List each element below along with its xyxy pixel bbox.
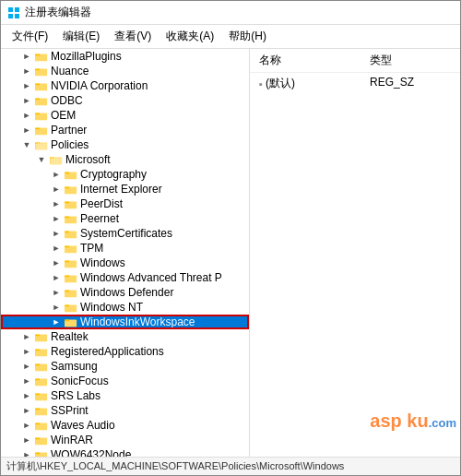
folder-icon-open <box>34 138 49 151</box>
svg-rect-53 <box>35 393 40 395</box>
menu-view[interactable]: 查看(V) <box>107 27 159 46</box>
expander-waves[interactable]: ► <box>19 421 34 430</box>
svg-rect-18 <box>36 143 47 149</box>
tree-item-srslabs[interactable]: ► SRS Labs <box>1 388 249 403</box>
tree-item-nuance[interactable]: ► Nuance <box>1 64 249 78</box>
folder-icon <box>64 168 78 181</box>
expander-peerdist[interactable]: ► <box>49 199 64 208</box>
tree-item-peerdist[interactable]: ► PeerDist <box>1 196 249 211</box>
tree-item-policies[interactable]: ▼ Policies <box>1 137 249 152</box>
expander-realtek[interactable]: ► <box>19 332 34 341</box>
expander-windef[interactable]: ► <box>49 288 64 297</box>
col-header-name: 名称 <box>255 51 366 70</box>
tree-label: SonicFocus <box>51 375 109 387</box>
folder-icon <box>34 375 49 387</box>
expander-cryptography[interactable]: ► <box>49 170 64 179</box>
expander-microsoft[interactable]: ▼ <box>34 155 49 164</box>
tree-label: Policies <box>51 138 89 151</box>
tree-item-internetexplorer[interactable]: ► Internet Explorer <box>1 182 249 196</box>
tree-item-nvidia[interactable]: ► NVIDIA Corporation <box>1 78 249 93</box>
expander-mozillaplugins[interactable]: ► <box>19 52 34 61</box>
expander-odbc[interactable]: ► <box>19 96 34 105</box>
folder-icon <box>64 227 78 240</box>
tree-item-registeredapps[interactable]: ► RegisteredApplications <box>1 344 249 359</box>
window-title: 注册表编辑器 <box>25 5 91 20</box>
expander-syscert[interactable]: ► <box>49 229 64 238</box>
expander-tpm[interactable]: ► <box>49 244 64 253</box>
tree-item-windowsadvanced[interactable]: ► Windows Advanced Threat P <box>1 270 249 285</box>
expander-wink[interactable]: ► <box>49 317 64 327</box>
folder-icon <box>64 301 78 314</box>
tree-pane[interactable]: ► MozillaPlugins ► Nuance ► N <box>1 49 250 457</box>
tree-label: Windows Advanced Threat P <box>80 271 222 284</box>
tree-item-partner[interactable]: ► Partner <box>1 123 249 137</box>
svg-rect-11 <box>35 98 40 100</box>
content-area: ► MozillaPlugins ► Nuance ► N <box>1 49 460 457</box>
tree-item-windowsnt[interactable]: ► Windows NT <box>1 300 249 315</box>
menu-favorites[interactable]: 收藏夹(A) <box>159 27 221 46</box>
tree-label: SSPrint <box>51 404 89 417</box>
svg-rect-31 <box>65 231 69 232</box>
tree-item-windowsdefender[interactable]: ► Windows Defender <box>1 285 249 300</box>
svg-rect-35 <box>65 260 69 262</box>
svg-rect-25 <box>65 186 69 188</box>
expander-nuance[interactable]: ► <box>19 66 34 76</box>
tree-item-tpm[interactable]: ► TPM <box>1 241 249 256</box>
expander-regapps[interactable]: ► <box>19 347 34 356</box>
folder-icon <box>64 315 78 328</box>
svg-rect-51 <box>35 378 40 380</box>
tree-item-winrar[interactable]: ► WinRAR <box>1 433 249 447</box>
tree-item-windows[interactable]: ► Windows <box>1 256 249 270</box>
expander-wow[interactable]: ► <box>19 450 34 457</box>
tree-item-ssprint[interactable]: ► SSPrint <box>1 403 249 418</box>
tree-item-oem[interactable]: ► OEM <box>1 108 249 123</box>
svg-rect-39 <box>65 290 69 292</box>
tree-item-mozillaplugins[interactable]: ► MozillaPlugins <box>1 49 249 64</box>
menu-edit[interactable]: 编辑(E) <box>55 27 107 46</box>
expander-ssprint[interactable]: ► <box>19 406 34 415</box>
tree-label: MozillaPlugins <box>51 50 122 63</box>
tree-item-wavesaudio[interactable]: ► Waves Audio <box>1 418 249 433</box>
tree-label: Nuance <box>51 65 89 77</box>
tree-label: WindowsInkWorkspace <box>80 315 195 328</box>
tree-item-windowsinkworkspace[interactable]: ► WindowsInkWorkspace <box>1 315 249 329</box>
svg-rect-49 <box>35 363 40 365</box>
svg-rect-7 <box>35 68 40 70</box>
tree-item-systemcertificates[interactable]: ► SystemCertificates <box>1 226 249 241</box>
menu-help[interactable]: 帮助(H) <box>221 27 274 46</box>
svg-rect-61 <box>35 452 40 454</box>
expander-srslabs[interactable]: ► <box>19 391 34 400</box>
svg-rect-15 <box>35 127 40 129</box>
folder-icon <box>64 286 78 299</box>
expander-partner[interactable]: ► <box>19 125 34 135</box>
expander-sonicfocus[interactable]: ► <box>19 376 34 386</box>
expander-winrar[interactable]: ► <box>19 435 34 445</box>
tree-item-wow6432node[interactable]: ► WOW6432Node <box>1 447 249 457</box>
expander-policies[interactable]: ▼ <box>19 140 34 149</box>
folder-icon <box>34 389 49 402</box>
tree-item-sonicfocus[interactable]: ► SonicFocus <box>1 374 249 388</box>
tree-item-odbc[interactable]: ► ODBC <box>1 93 249 108</box>
folder-icon <box>34 434 49 446</box>
tree-item-realtek[interactable]: ► Realtek <box>1 329 249 344</box>
expander-winatp[interactable]: ► <box>49 273 64 282</box>
svg-rect-3 <box>15 14 19 18</box>
registry-value-row[interactable]: ▪ (默认) REG_SZ <box>250 73 460 94</box>
expander-oem[interactable]: ► <box>19 111 34 120</box>
expander-nvidia[interactable]: ► <box>19 81 34 90</box>
expander-ie[interactable]: ► <box>49 184 64 194</box>
tree-item-samsung[interactable]: ► Samsung <box>1 359 249 374</box>
svg-rect-0 <box>8 7 13 12</box>
menu-file[interactable]: 文件(F) <box>5 27 55 46</box>
folder-icon <box>64 256 78 269</box>
tree-item-cryptography[interactable]: ► Cryptography <box>1 167 249 182</box>
expander-peernet[interactable]: ► <box>49 214 64 223</box>
expander-samsung[interactable]: ► <box>19 362 34 371</box>
expander-windows[interactable]: ► <box>49 258 64 268</box>
tree-item-peernet[interactable]: ► Peernet <box>1 211 249 226</box>
tree-item-microsoft[interactable]: ▼ Microsoft <box>1 152 249 167</box>
expander-winnt[interactable]: ► <box>49 303 64 312</box>
folder-icon <box>34 360 49 373</box>
folder-icon <box>34 94 49 107</box>
value-name-cell: ▪ (默认) <box>255 75 366 92</box>
